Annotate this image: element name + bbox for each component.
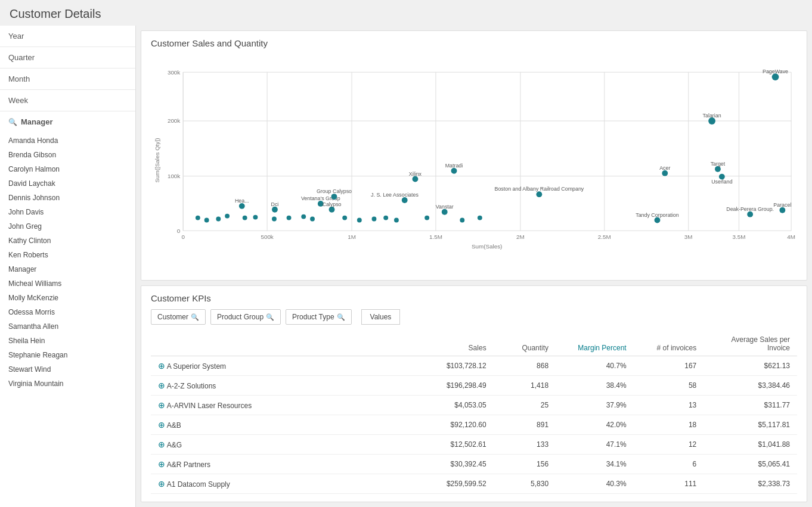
manager-item[interactable]: Stephanie Reagan [0,348,135,362]
svg-point-82 [478,216,482,220]
invoices-value: 13 [634,396,704,415]
svg-text:Paracel: Paracel [773,202,791,208]
quantity-value: 891 [494,415,556,435]
manager-item[interactable]: Odessa Morris [0,305,135,319]
svg-text:PageWave: PageWave [763,69,788,74]
sales-value: $92,120.60 [416,415,494,435]
svg-text:Userland: Userland [711,179,733,185]
filter-month[interactable]: Month [0,69,135,90]
expand-icon[interactable]: ⊕ [158,381,165,390]
expand-icon[interactable]: ⊕ [158,361,165,371]
customer-name: ⊕ A&G [151,435,416,455]
customer-search-icon: 🔍 [191,313,199,321]
scatter-chart: Sum([Sales Qty]) 0 100k 200k 300k [151,53,797,268]
manager-item[interactable]: Sheila Hein [0,334,135,348]
margin-value: 38.4% [556,376,634,396]
manager-item[interactable]: Stewart Wind [0,362,135,377]
svg-point-75 [342,216,347,220]
chart-area: Sum([Sales Qty]) 0 100k 200k 300k [151,53,797,268]
kpi-title: Customer KPIs [151,293,797,303]
customer-name: ⊕ A1 Datacom Supply [151,474,416,494]
filter-customer[interactable]: Customer 🔍 [151,309,206,325]
manager-item[interactable]: Micheal Williams [0,276,135,291]
margin-value: 47.1% [556,435,634,455]
svg-text:Dci: Dci [271,201,279,207]
expand-icon[interactable]: ⊕ [158,400,165,410]
svg-point-70 [253,215,258,220]
sales-value: $103,728.12 [416,356,494,376]
kpi-filters: Customer 🔍 Product Group 🔍 Product Type … [151,309,797,325]
invoices-value: 18 [634,415,704,435]
svg-text:Matradi: Matradi [445,163,463,169]
sales-value: $259,599.52 [416,474,494,494]
manager-item[interactable]: Dennis Johnson [0,191,135,205]
svg-point-53 [655,217,661,223]
svg-text:Xilinx: Xilinx [409,171,422,177]
svg-text:Group Calypso: Group Calypso [317,188,352,194]
page-title: Customer Details [0,0,812,26]
manager-header: 🔍 Manager [8,117,127,126]
filter-product-group[interactable]: Product Group 🔍 [210,309,281,325]
manager-item[interactable]: John Greg [0,219,135,234]
svg-point-57 [239,203,245,209]
sales-value: $12,502.61 [416,435,494,455]
manager-item[interactable]: Carolyn Halmon [0,162,135,176]
manager-item[interactable]: John Davis [0,205,135,219]
svg-text:4M: 4M [787,234,795,240]
expand-icon[interactable]: ⊕ [158,459,165,469]
svg-text:0: 0 [181,234,185,240]
manager-item[interactable]: Samantha Allen [0,319,135,334]
manager-search-icon: 🔍 [8,118,17,126]
table-row: ⊕ A&G $12,502.61 133 47.1% 12 $1,041.88 [151,435,797,455]
expand-icon[interactable]: ⊕ [158,479,165,489]
manager-item[interactable]: Virginia Mountain [0,377,135,391]
svg-point-51 [779,207,785,213]
table-row: ⊕ A Superior System $103,728.12 868 40.7… [151,356,797,376]
expand-icon[interactable]: ⊕ [158,440,165,449]
quantity-value: 868 [494,356,556,376]
svg-point-55 [442,209,448,215]
svg-point-41 [451,168,457,174]
svg-point-43 [536,191,542,197]
svg-point-65 [196,216,200,220]
col-header-sales: Sales [416,332,494,356]
svg-text:3M: 3M [684,234,693,240]
table-row: ⊕ A-2-Z Solutions $196,298.49 1,418 38.4… [151,376,797,396]
customer-name: ⊕ A&B [151,415,416,435]
svg-text:0: 0 [177,228,181,234]
svg-point-69 [243,216,247,220]
filter-product-type[interactable]: Product Type 🔍 [286,309,352,325]
svg-text:Talarian: Talarian [703,113,721,119]
manager-item[interactable]: Kathy Clinton [0,234,135,248]
manager-list: Amanda HondaBrenda GibsonCarolyn HalmonD… [0,133,135,391]
margin-value: 42.0% [556,415,634,435]
svg-point-81 [460,218,464,223]
sales-value: $196,298.49 [416,376,494,396]
invoices-value: 167 [634,356,704,376]
svg-text:1M: 1M [348,234,356,240]
svg-point-76 [357,218,362,223]
manager-item[interactable]: Ken Roberts [0,248,135,262]
svg-point-79 [394,218,399,223]
svg-text:Tandy Corporation: Tandy Corporation [636,212,678,218]
manager-list-wrapper: Amanda HondaBrenda GibsonCarolyn HalmonD… [0,133,135,507]
svg-point-35 [715,166,721,172]
filter-week[interactable]: Week [0,90,135,111]
invoices-value: 6 [634,455,704,474]
product-group-search-icon: 🔍 [266,313,274,321]
customer-name: ⊕ A Superior System [151,356,416,376]
manager-item[interactable]: David Laychak [0,176,135,191]
expand-icon[interactable]: ⊕ [158,420,165,430]
filter-year[interactable]: Year [0,26,135,47]
svg-text:Calypso: Calypso [323,201,342,207]
manager-item[interactable]: Manager [0,262,135,276]
margin-value: 40.7% [556,356,634,376]
manager-item[interactable]: Molly McKenzie [0,291,135,305]
quantity-value: 25 [494,396,556,415]
sidebar: Year Quarter Month Week 🔍 Manager Amanda… [0,26,136,507]
manager-item[interactable]: Amanda Honda [0,133,135,148]
filter-quarter[interactable]: Quarter [0,47,135,69]
values-button[interactable]: Values [361,309,401,325]
svg-point-63 [331,194,337,200]
manager-item[interactable]: Brenda Gibson [0,148,135,162]
